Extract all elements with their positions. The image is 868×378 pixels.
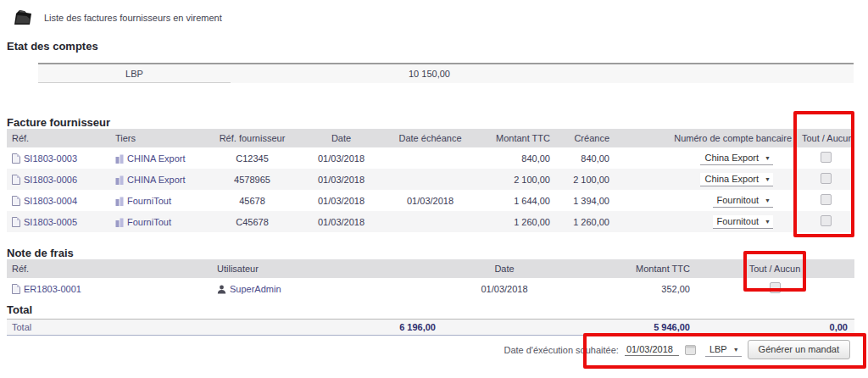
creance-cell: 1 394,00 <box>555 190 615 211</box>
col-date: Date <box>424 259 585 278</box>
bank-account-select[interactable]: Fournitout▼ <box>713 194 773 208</box>
date-echeance-cell: 01/03/2018 <box>390 190 470 211</box>
dropdown-arrow-icon: ▼ <box>765 176 771 182</box>
generate-mandate-bar: Date d'éxécution souhaitée: LBP▼ Générer… <box>504 340 850 359</box>
col-ref: Réf. <box>7 259 212 278</box>
col-utilisateur: Utilisateur <box>212 259 424 278</box>
thirdparty-link[interactable]: FourniTout <box>127 217 171 227</box>
thirdparty-link[interactable]: CHINA Export <box>127 175 185 185</box>
invoice-row: SI1803-0006 CHINA Export 4578965 01/03/2… <box>7 169 854 190</box>
totals-row: Total 6 196,00 5 946,00 0,00 <box>7 320 854 336</box>
page-header: Liste des factures fournisseurs en virem… <box>0 0 868 26</box>
total-label: Total <box>7 320 85 336</box>
accounts-section-heading: Etat des comptes <box>7 40 868 53</box>
supplier-invoices-header-row: Réf. Tiers Réf. fournisseur Date Date éc… <box>7 129 854 147</box>
date-echeance-cell <box>390 211 470 232</box>
total-montant-ttc: 6 196,00 <box>85 320 441 336</box>
accounts-table: LBP 10 150,00 <box>38 63 854 83</box>
total-creance: 5 946,00 <box>441 320 695 336</box>
col-creance: Créance <box>555 129 615 147</box>
col-montant-ttc: Montant TTC <box>585 259 695 278</box>
bank-account-select[interactable]: Fournitout▼ <box>713 215 773 229</box>
row-checkbox[interactable] <box>821 173 832 184</box>
expense-ref-link[interactable]: ER1803-0001 <box>24 284 81 294</box>
dropdown-arrow-icon: ▼ <box>765 155 771 161</box>
col-date: Date <box>292 129 390 147</box>
creance-cell: 2 100,00 <box>555 169 615 190</box>
total-selected: 0,00 <box>695 320 854 336</box>
generate-mandate-button[interactable]: Générer un mandat <box>748 340 850 359</box>
bank-account-select[interactable]: China Export▼ <box>700 173 773 186</box>
date-echeance-cell <box>390 169 470 190</box>
account-balance: 10 150,00 <box>231 64 854 83</box>
company-icon <box>115 175 124 185</box>
totals-table: Total 6 196,00 5 946,00 0,00 <box>7 319 854 336</box>
expense-icon <box>12 284 20 294</box>
company-icon <box>115 218 124 227</box>
date-cell: 01/03/2018 <box>424 278 585 299</box>
payment-folder-icon <box>12 8 32 26</box>
row-checkbox[interactable] <box>821 194 832 205</box>
ref-fournisseur-cell: 4578965 <box>212 169 292 190</box>
thirdparty-link[interactable]: CHINA Export <box>127 153 185 164</box>
dropdown-arrow-icon: ▼ <box>765 197 771 203</box>
invoice-row: SI1803-0005 FourniTout C45678 01/03/2018… <box>7 211 854 232</box>
invoice-icon <box>12 196 20 206</box>
row-checkbox[interactable] <box>821 215 832 226</box>
date-cell: 01/03/2018 <box>292 211 390 232</box>
montant-ttc-cell: 352,00 <box>585 278 695 299</box>
invoice-icon <box>12 217 20 227</box>
montant-ttc-cell: 1 260,00 <box>470 211 555 232</box>
creance-cell: 1 260,00 <box>555 211 615 232</box>
date-cell: 01/03/2018 <box>292 190 390 211</box>
account-select[interactable]: LBP▼ <box>705 343 742 357</box>
page-title: Liste des factures fournisseurs en virem… <box>44 13 222 23</box>
col-tout-aucun[interactable]: Tout / Aucun <box>695 259 854 278</box>
user-link[interactable]: SuperAdmin <box>230 284 281 294</box>
company-icon <box>115 197 124 206</box>
company-icon <box>115 154 124 164</box>
row-checkbox[interactable] <box>821 152 832 163</box>
col-montant-ttc: Montant TTC <box>470 129 555 147</box>
col-ref: Réf. <box>7 129 110 147</box>
invoice-icon <box>12 153 20 164</box>
creance-cell: 840,00 <box>555 147 615 169</box>
date-cell: 01/03/2018 <box>292 169 390 190</box>
bank-account-select[interactable]: China Export▼ <box>700 152 773 165</box>
date-cell: 01/03/2018 <box>292 147 390 169</box>
expense-reports-header-row: Réf. Utilisateur Date Montant TTC Tout /… <box>7 259 854 278</box>
date-echeance-cell <box>390 147 470 169</box>
expense-row: ER1803-0001 SuperAdmin 01/03/2018 352,00 <box>7 278 854 299</box>
montant-ttc-cell: 2 100,00 <box>470 169 555 190</box>
invoice-ref-link[interactable]: SI1803-0005 <box>24 217 77 227</box>
supplier-invoices-heading: Facture fournisseur <box>7 116 868 129</box>
expense-reports-table: Réf. Utilisateur Date Montant TTC Tout /… <box>7 259 854 299</box>
user-icon <box>217 285 226 294</box>
execution-date-label: Date d'éxécution souhaitée: <box>504 345 618 355</box>
col-tout-aucun[interactable]: Tout / Aucun <box>797 129 854 147</box>
expense-reports-heading: Note de frais <box>7 247 868 259</box>
invoice-row: SI1803-0004 FourniTout 45678 01/03/2018 … <box>7 190 854 211</box>
total-section-heading: Total <box>7 303 868 316</box>
col-date-echeance: Date échéance <box>390 129 470 147</box>
row-checkbox[interactable] <box>770 282 781 293</box>
invoice-ref-link[interactable]: SI1803-0003 <box>24 153 77 164</box>
invoice-row: SI1803-0003 CHINA Export C12345 01/03/20… <box>7 147 854 169</box>
montant-ttc-cell: 840,00 <box>470 147 555 169</box>
ref-fournisseur-cell: C45678 <box>212 211 292 232</box>
col-tiers: Tiers <box>110 129 212 147</box>
ref-fournisseur-cell: 45678 <box>212 190 292 211</box>
dropdown-arrow-icon: ▼ <box>765 219 771 225</box>
thirdparty-link[interactable]: FourniTout <box>127 196 171 206</box>
execution-date-input[interactable] <box>625 343 679 356</box>
calendar-icon[interactable] <box>685 345 696 355</box>
account-row: LBP 10 150,00 <box>38 64 854 83</box>
col-ref-fournisseur: Réf. fournisseur <box>212 129 292 147</box>
invoice-ref-link[interactable]: SI1803-0006 <box>24 175 77 185</box>
invoice-ref-link[interactable]: SI1803-0004 <box>24 196 77 206</box>
dropdown-arrow-icon: ▼ <box>733 347 739 353</box>
invoice-icon <box>12 175 20 185</box>
account-label: LBP <box>38 64 231 83</box>
supplier-invoices-table: Réf. Tiers Réf. fournisseur Date Date éc… <box>7 129 854 232</box>
ref-fournisseur-cell: C12345 <box>212 147 292 169</box>
